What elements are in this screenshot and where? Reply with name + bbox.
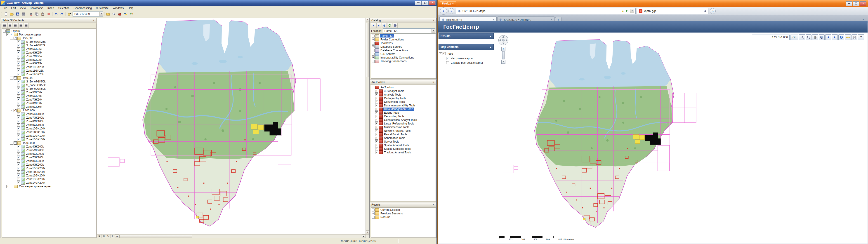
catalog-tree-row[interactable]: + Interoperability Connections [371,56,436,59]
layer-checkbox[interactable] [17,48,20,51]
layer-checkbox[interactable] [17,84,20,87]
zoom-slider-track[interactable] [502,51,504,59]
tab-close-icon[interactable] [493,18,495,22]
layer-label[interactable]: Zone12GK100k [26,134,46,138]
layer-checkbox[interactable] [17,80,20,83]
zoom-in-icon[interactable]: + [501,47,505,51]
toolbox-tree-row[interactable]: + Server Tools [371,140,436,144]
web-layer-checkbox[interactable] [446,57,450,60]
catalog-node-label[interactable]: GIS Servers [380,53,396,56]
list-by-drawing-order-button[interactable] [2,23,7,28]
layer-checkbox[interactable] [17,69,20,72]
toolbox-tree-row[interactable]: + Network Analyst Tools [371,129,436,133]
menu-item[interactable]: Geoprocessing [71,6,94,10]
minimize-button[interactable]: — [415,1,422,5]
toc-tree-row[interactable]: Zone8GK100k [2,120,96,123]
layer-checkbox[interactable] [17,178,20,181]
refresh-button[interactable] [387,23,392,28]
layer-checkbox[interactable] [17,91,20,94]
toc-tree-row[interactable]: Zone6GK200k [2,152,96,156]
results-panel-header[interactable]: Results ▲ [438,33,494,39]
menu-item[interactable]: Insert [45,6,56,10]
layer-label[interactable]: Растровые карты [18,33,41,36]
toc-tree-row[interactable]: Zone11GK100k [2,130,96,134]
toc-tree-row[interactable]: Zone6GK100k [2,112,96,116]
open-button[interactable] [9,11,14,17]
web-layer-row[interactable]: Старые растровые карты [438,61,494,65]
layer-label[interactable]: Zone8GK100k [26,120,44,123]
expander-icon[interactable]: + [375,129,378,132]
catalog-tree-row[interactable]: − Home - S:\ [371,34,436,38]
layer-label[interactable]: Zone9GK25k [26,62,43,65]
expander-icon[interactable]: + [375,108,378,111]
catalog-tree-row[interactable]: + Toolboxes [371,41,436,45]
layer-checkbox[interactable] [17,116,20,119]
map-data-view[interactable]: ▲ ▼ ▣ ▤ ↻ ∥ ◀ ▶ [97,18,370,238]
toc-tree-row[interactable]: Zone8GK200k [2,159,96,163]
expander-icon[interactable]: + [375,100,378,103]
results-tree-row[interactable]: + Current Session [371,208,436,212]
toc-tree-row[interactable]: − 1:50,000 [2,76,96,80]
toc-tree-row[interactable]: − Layers [2,29,96,33]
arcmap-titlebar[interactable]: GGC_new - ArcMap - ArcInfo — ▢ × [0,0,436,6]
web-layer-label[interactable]: Старые растровые карты [450,61,484,64]
layer-checkbox[interactable] [17,152,20,155]
copy-button[interactable] [34,11,39,17]
catalog-node-label[interactable]: Interoperability Connections [380,56,415,59]
toc-tree-row[interactable]: Zone11GK25k [2,69,96,72]
paste-button[interactable] [40,11,45,17]
layer-label[interactable]: Zone14GK200k [26,181,46,184]
zoom-out-icon[interactable]: − [501,60,505,64]
layer-checkbox[interactable] [17,123,20,126]
layer-checkbox[interactable] [17,170,20,174]
toolbox-tree-row[interactable]: + Analysis Tools [371,93,436,96]
layer-checkbox[interactable] [17,65,20,69]
expander-icon[interactable]: + [375,122,378,125]
web-pan-button[interactable] [812,34,818,40]
menu-item[interactable]: Edit [9,6,18,10]
layer-checkbox[interactable] [17,163,20,166]
layer-checkbox[interactable] [17,98,20,101]
layer-label[interactable]: S_Zone9GK50k [26,87,46,90]
menu-item[interactable]: Bookmarks [28,6,45,10]
toc-tree-row[interactable]: Zone9GK100k [2,123,96,127]
new-map-button[interactable] [3,11,8,17]
pause-drawing-button[interactable]: ∥ [111,235,115,238]
layer-checkbox[interactable] [17,156,20,159]
launch-arccatalog-button[interactable] [393,23,398,28]
layer-label[interactable]: Zone5GK200k [26,149,44,152]
expander-icon[interactable]: + [372,53,375,56]
toc-tree-row[interactable]: Zone10GK25k [2,65,96,69]
toc-tree-row[interactable]: S_Zone8GK50k [2,83,96,87]
toolbox-label[interactable]: Spatial Analyst Tools [383,144,410,147]
map-scale-value[interactable]: 1:32 212 489 [73,12,99,16]
list-by-source-button[interactable] [7,23,12,28]
toolbox-label[interactable]: Spatial Statistics Tools [383,147,412,150]
toolbox-tree-row[interactable]: + Conversion Tools [371,100,436,104]
toc-tree-row[interactable]: Zone5GK25k [2,47,96,51]
layer-checkbox[interactable] [13,37,17,40]
catalog-tree-row[interactable]: + GIS Servers [371,52,436,56]
expander-icon[interactable]: + [375,104,378,107]
search-window-button[interactable] [111,11,117,17]
layer-checkbox[interactable] [13,77,17,80]
toolbox-tree-row[interactable]: + Geostatistical Analyst Tools [371,118,436,122]
close-icon[interactable]: ✕ [432,19,435,22]
toc-tree-row[interactable]: − 1:25,000 [2,36,96,40]
layer-label[interactable]: Zone7GK100k [26,116,44,119]
toc-tree-row[interactable]: Zone13GK100k [2,138,96,141]
toc-tree-row[interactable]: Zone9GK25k [2,62,96,65]
layout-view-tab[interactable]: ▤ [102,235,106,238]
expander-icon[interactable]: + [375,151,378,154]
expander-icon[interactable]: + [375,144,378,147]
toc-tree-row[interactable]: Zone8GK50k [2,101,96,105]
expander-icon[interactable]: − [10,77,13,80]
layer-label[interactable]: Zone7GK50k [26,98,43,101]
expander-icon[interactable]: + [375,137,378,140]
up-one-level-button[interactable] [382,23,387,28]
scrollbar-thumb[interactable] [366,23,369,77]
results-node-label[interactable]: Current Session [380,208,401,211]
print-button[interactable] [21,11,26,17]
expander-icon[interactable]: + [375,140,378,143]
layer-label[interactable]: Zone11GK100k [26,130,46,134]
